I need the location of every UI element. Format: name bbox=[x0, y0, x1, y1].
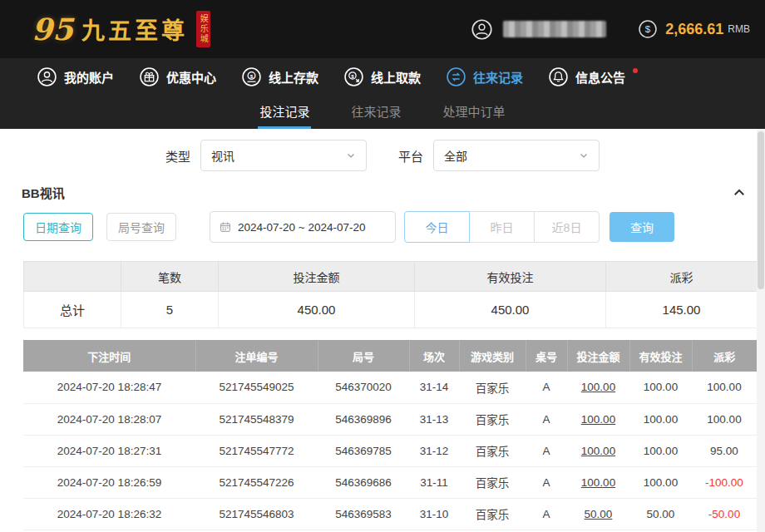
tab-processing-orders[interactable]: 处理中订单 bbox=[442, 96, 507, 129]
table-no-cell: A bbox=[526, 372, 567, 403]
game-type-cell: 百家乐 bbox=[459, 372, 526, 403]
page: 95 九五至尊 娱乐城 $ 2,666.61 RMB 我的账户 bbox=[0, 0, 765, 532]
date-range-input[interactable]: 2024-07-20 ~ 2024-07-20 bbox=[210, 211, 396, 243]
query-toolbar: 日期查询 局号查询 2024-07-20 ~ 2024-07-20 今日 昨日 … bbox=[0, 206, 765, 254]
summary-count: 5 bbox=[121, 292, 219, 328]
brand-sub-badge: 娱乐城 bbox=[196, 11, 210, 47]
nav-item-records[interactable]: 往来记录 bbox=[446, 66, 523, 87]
summary-total-label: 总计 bbox=[24, 292, 121, 328]
svg-text:$: $ bbox=[250, 73, 254, 79]
transfer-records-icon bbox=[446, 66, 466, 87]
type-select-value: 视讯 bbox=[211, 147, 234, 164]
quick-yesterday-button[interactable]: 昨日 bbox=[469, 211, 535, 243]
bet-row: 2024-07-20 18:28:07 521745548379 5463698… bbox=[23, 403, 757, 435]
calendar-icon bbox=[219, 220, 232, 234]
bet-records-table: 下注时间 注单编号 局号 场次 游戏类别 桌号 投注金额 有效投注 派彩 202… bbox=[23, 340, 757, 530]
header-session: 场次 bbox=[409, 340, 459, 372]
bell-icon bbox=[548, 66, 569, 87]
header-game-type: 游戏类别 bbox=[459, 340, 526, 372]
tab-bet-records[interactable]: 投注记录 bbox=[258, 96, 311, 129]
session-cell: 31-10 bbox=[409, 498, 459, 530]
summary-header-count: 笔数 bbox=[121, 262, 219, 292]
round-id-cell: 546369785 bbox=[318, 435, 409, 466]
notification-dot bbox=[633, 68, 638, 73]
header-bet-amount: 投注金额 bbox=[567, 340, 629, 372]
payout-cell: -100.00 bbox=[692, 466, 757, 498]
summary-header-payout: 派彩 bbox=[606, 262, 758, 292]
vertical-scrollbar[interactable] bbox=[757, 129, 765, 532]
bet-table-header-row: 下注时间 注单编号 局号 场次 游戏类别 桌号 投注金额 有效投注 派彩 bbox=[23, 340, 757, 372]
valid-bet-cell: 100.00 bbox=[629, 403, 692, 435]
bet-time-cell: 2024-07-20 18:28:47 bbox=[23, 372, 195, 403]
platform-filter-label: 平台 bbox=[398, 147, 423, 165]
order-id-cell: 521745547226 bbox=[195, 466, 318, 498]
user-area: $ 2,666.61 RMB bbox=[471, 18, 755, 41]
quick-last8days-button[interactable]: 近8日 bbox=[534, 211, 600, 243]
user-icon bbox=[37, 66, 57, 87]
summary-payout: 145.00 bbox=[606, 292, 758, 328]
table-no-cell: A bbox=[526, 498, 567, 530]
date-query-button[interactable]: 日期查询 bbox=[23, 213, 93, 241]
session-cell: 31-12 bbox=[409, 435, 459, 466]
game-type-cell: 百家乐 bbox=[459, 498, 526, 530]
bet-amount-link[interactable]: 50.00 bbox=[567, 498, 629, 530]
top-header: 95 九五至尊 娱乐城 $ 2,666.61 RMB bbox=[0, 0, 765, 58]
scrollbar-thumb[interactable] bbox=[758, 131, 764, 289]
table-no-cell: A bbox=[526, 435, 567, 466]
date-range-value: 2024-07-20 ~ 2024-07-20 bbox=[238, 221, 366, 234]
nav-label: 优惠中心 bbox=[166, 68, 216, 86]
bet-row: 2024-07-20 18:28:47 521745549025 5463700… bbox=[23, 372, 757, 403]
nav-item-promotions[interactable]: 优惠中心 bbox=[139, 66, 216, 87]
header-round-id: 局号 bbox=[318, 340, 409, 372]
balance-amount: 2,666.61 bbox=[665, 21, 723, 38]
withdraw-coin-icon: $ bbox=[343, 66, 364, 87]
summary-header-row: 笔数 投注金额 有效投注 派彩 bbox=[24, 262, 758, 292]
nav-item-my-account[interactable]: 我的账户 bbox=[37, 66, 114, 87]
type-select[interactable]: 视讯 bbox=[200, 140, 367, 171]
order-id-cell: 521745549025 bbox=[195, 372, 318, 403]
session-cell: 31-11 bbox=[409, 466, 459, 498]
valid-bet-cell: 100.00 bbox=[629, 466, 692, 498]
user-avatar-icon[interactable] bbox=[471, 18, 493, 41]
gift-icon bbox=[139, 66, 160, 87]
nav-label: 线上取款 bbox=[371, 68, 421, 86]
round-id-cell: 546369686 bbox=[318, 466, 409, 498]
tab-transaction-records[interactable]: 往来记录 bbox=[349, 96, 402, 129]
header-payout: 派彩 bbox=[692, 340, 757, 372]
game-type-cell: 百家乐 bbox=[459, 435, 526, 466]
nav-item-deposit[interactable]: $ 线上存款 bbox=[241, 66, 318, 87]
quick-today-button[interactable]: 今日 bbox=[404, 211, 470, 243]
bet-time-cell: 2024-07-20 18:26:59 bbox=[23, 466, 195, 498]
valid-bet-cell: 100.00 bbox=[629, 435, 692, 466]
bet-amount-link[interactable]: 100.00 bbox=[567, 466, 629, 498]
valid-bet-cell: 100.00 bbox=[629, 372, 692, 403]
username-redacted[interactable] bbox=[503, 21, 606, 37]
table-no-cell: A bbox=[526, 403, 567, 435]
nav-item-withdraw[interactable]: $ 线上取款 bbox=[343, 66, 421, 87]
summary-header-blank bbox=[24, 262, 121, 292]
bet-amount-link[interactable]: 100.00 bbox=[567, 435, 629, 466]
round-id-cell: 546369583 bbox=[318, 498, 409, 530]
table-no-cell: A bbox=[526, 466, 567, 498]
order-id-cell: 521745548379 bbox=[195, 403, 318, 435]
round-query-button[interactable]: 局号查询 bbox=[106, 213, 176, 241]
platform-select[interactable]: 全部 bbox=[433, 140, 600, 171]
logo-95-emblem-icon: 95 bbox=[32, 12, 73, 47]
summary-bet-amount: 450.00 bbox=[219, 292, 415, 328]
nav-item-announcements[interactable]: 信息公告 bbox=[548, 66, 637, 87]
section-title: BB视讯 bbox=[22, 184, 65, 201]
bet-amount-link[interactable]: 100.00 bbox=[567, 372, 629, 403]
quick-date-group: 今日 昨日 近8日 bbox=[404, 211, 600, 243]
header-table-no: 桌号 bbox=[526, 340, 567, 372]
summary-total-row: 总计 5 450.00 450.00 145.00 bbox=[24, 292, 758, 328]
payout-cell: -50.00 bbox=[692, 498, 757, 530]
brand-logo[interactable]: 95 九五至尊 娱乐城 bbox=[32, 11, 210, 47]
sub-nav: 投注记录 往来记录 处理中订单 bbox=[0, 96, 765, 129]
summary-header-valid-bet: 有效投注 bbox=[415, 262, 606, 292]
bet-time-cell: 2024-07-20 18:27:31 bbox=[23, 435, 195, 466]
round-id-cell: 546369896 bbox=[318, 403, 409, 435]
nav-label: 线上存款 bbox=[269, 68, 318, 86]
collapse-section-button[interactable] bbox=[732, 185, 747, 200]
search-button[interactable]: 查询 bbox=[610, 212, 674, 242]
bet-amount-link[interactable]: 100.00 bbox=[567, 403, 629, 435]
